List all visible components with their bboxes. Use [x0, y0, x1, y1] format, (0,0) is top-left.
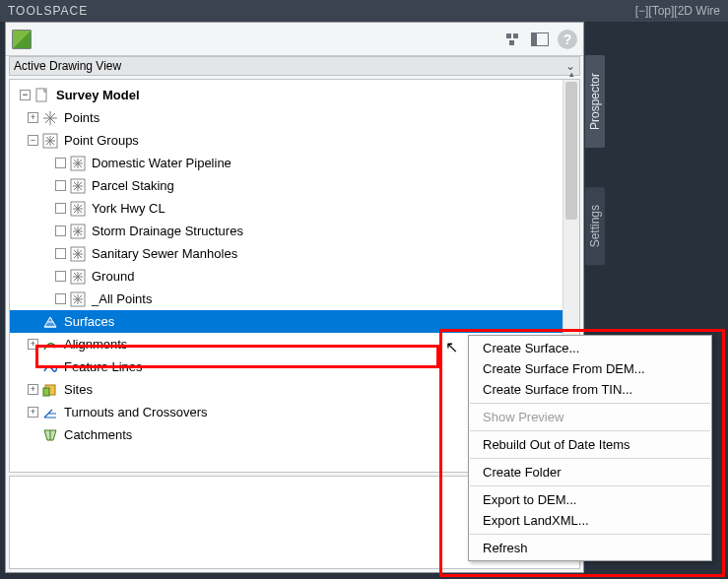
menu-separator — [470, 485, 710, 486]
tree-item[interactable]: Storm Drainage Structures — [10, 220, 563, 242]
tree-item[interactable]: −Point Groups — [10, 129, 563, 152]
tree-item-label: Storm Drainage Structures — [92, 224, 243, 238]
menu-separator — [470, 534, 710, 535]
tree-item[interactable]: Sanitary Sewer Manholes — [10, 242, 563, 265]
menu-separator — [470, 458, 710, 459]
expand-icon[interactable]: + — [28, 384, 38, 395]
expand-icon[interactable]: + — [28, 407, 38, 418]
toolbar-help-button[interactable]: ? — [558, 30, 577, 49]
pgroup-icon — [70, 224, 86, 239]
tree-item-label: Sanitary Sewer Manholes — [92, 246, 237, 261]
pgroup-icon — [70, 156, 86, 171]
tree-item[interactable]: Surfaces — [10, 310, 563, 333]
pgroup-icon — [42, 133, 58, 149]
context-menu: Create Surface...Create Surface From DEM… — [468, 335, 712, 561]
tree-root[interactable]: −Survey Model — [10, 84, 563, 106]
tree-item-label: Turnouts and Crossovers — [64, 405, 207, 419]
pgroup-icon — [70, 246, 86, 262]
tree-item-label: Sites — [64, 382, 93, 397]
tree-item-label: Feature Lines — [64, 359, 143, 374]
context-menu-item[interactable]: Refresh — [469, 538, 711, 558]
pgroup-icon — [70, 269, 86, 285]
document-icon — [34, 88, 50, 103]
context-menu-item[interactable]: Create Surface... — [469, 338, 711, 358]
node-box-icon — [55, 203, 66, 214]
pgroup-icon — [70, 291, 86, 307]
node-box-icon — [55, 248, 66, 259]
tree-item-label: Catchments — [64, 427, 132, 442]
context-menu-item[interactable]: Export to DEM... — [469, 489, 711, 510]
tree-item-label: Point Groups — [64, 133, 139, 148]
sites-icon — [42, 382, 58, 398]
pgroup-icon — [70, 201, 86, 217]
tree-item-label: _All Points — [92, 291, 152, 306]
side-tab-settings[interactable]: Settings — [585, 187, 605, 265]
app-logo-icon — [12, 30, 32, 49]
svg-rect-18 — [43, 388, 49, 396]
collapse-icon[interactable]: − — [28, 135, 38, 146]
toolbar-panel-icon[interactable] — [530, 30, 550, 49]
context-menu-item[interactable]: Create Surface from TIN... — [469, 379, 711, 400]
expand-icon[interactable]: + — [28, 112, 38, 123]
node-box-icon — [55, 293, 66, 304]
pgroup-icon — [70, 178, 86, 194]
view-dropdown[interactable]: Active Drawing View ⌄ — [9, 56, 580, 76]
side-tab-prospector[interactable]: Prospector — [585, 55, 605, 148]
tree-item[interactable]: Domestic Water Pipeline — [10, 152, 563, 174]
node-box-icon — [55, 158, 66, 168]
title-bar: TOOLSPACE [−][Top][2D Wire — [0, 0, 728, 22]
svg-rect-0 — [506, 33, 511, 38]
svg-rect-2 — [509, 40, 514, 45]
tree-item[interactable]: York Hwy CL — [10, 197, 563, 220]
tree-item[interactable]: Parcel Staking — [10, 174, 563, 197]
view-dropdown-label: Active Drawing View — [14, 59, 121, 73]
help-icon: ? — [558, 30, 577, 49]
tree-item-label: Alignments — [64, 337, 127, 352]
context-menu-item[interactable]: Create Surface From DEM... — [469, 358, 711, 379]
node-box-icon — [55, 225, 66, 236]
toolbar: ? — [6, 23, 583, 56]
turnout-icon — [42, 405, 58, 420]
points-icon — [42, 110, 58, 126]
toolbar-grid-icon[interactable] — [502, 30, 522, 49]
tree-item[interactable]: +Points — [10, 106, 563, 129]
viewport-label: [−][Top][2D Wire — [635, 4, 720, 18]
feature-icon — [42, 359, 58, 375]
tree-item-label: Parcel Staking — [92, 178, 174, 193]
tree-item-label: Surfaces — [64, 314, 114, 329]
svg-rect-4 — [531, 32, 537, 46]
scroll-up-icon[interactable]: ▴ — [563, 69, 579, 79]
side-tabs: ProspectorSettings — [585, 55, 609, 304]
tree-item-label: Points — [64, 110, 99, 125]
tree-item[interactable]: _All Points — [10, 288, 563, 310]
cursor-icon: ↖ — [445, 338, 458, 356]
tree-item[interactable]: Ground — [10, 265, 563, 288]
catch-icon — [42, 427, 58, 443]
svg-rect-1 — [513, 33, 518, 38]
expand-icon[interactable]: + — [28, 339, 38, 350]
menu-separator — [470, 430, 710, 431]
context-menu-item[interactable]: Create Folder — [469, 462, 711, 482]
node-box-icon — [55, 271, 66, 282]
scroll-thumb[interactable] — [565, 82, 577, 220]
menu-separator — [470, 403, 710, 404]
surface-icon — [42, 314, 58, 330]
tree-item-label: Domestic Water Pipeline — [92, 156, 232, 170]
tree-item-label: York Hwy CL — [92, 201, 165, 216]
align-icon — [42, 337, 58, 353]
context-menu-item[interactable]: Export LandXML... — [469, 510, 711, 531]
tree-root-label: Survey Model — [56, 88, 140, 102]
context-menu-item[interactable]: Rebuild Out of Date Items — [469, 434, 711, 455]
panel-title: TOOLSPACE — [8, 4, 88, 18]
node-box-icon — [55, 180, 66, 191]
tree-item-label: Ground — [92, 269, 134, 284]
context-menu-item: Show Preview — [469, 407, 711, 427]
